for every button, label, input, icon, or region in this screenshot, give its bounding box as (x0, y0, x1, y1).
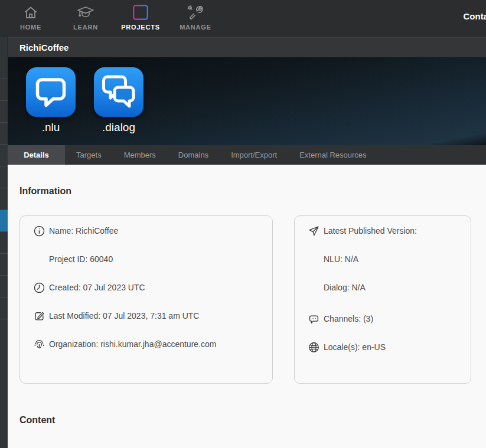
sidebar-item[interactable] (0, 101, 8, 123)
sidebar-spacer (0, 37, 8, 57)
tab-external-resources[interactable]: External Resources (288, 145, 377, 165)
channels-icon (305, 313, 322, 325)
version-row-dialog: Dialog: N/A (295, 273, 471, 302)
dialog-version-value: Dialog: N/A (324, 283, 366, 292)
nav-item-home[interactable]: HOME (9, 0, 53, 31)
tab-targets[interactable]: Targets (65, 145, 113, 165)
sidebar-item[interactable] (0, 123, 8, 145)
channels-value: Channels: (3) (324, 314, 373, 323)
latest-published-label: Latest Published Version: (324, 226, 417, 236)
info-row-last-modified: Last Modified: 07 Jul 2023, 7:31 am UTC (20, 302, 272, 330)
info-row-name: Name: RichiCoffee (20, 217, 272, 245)
nav-label: HOME (20, 24, 41, 31)
nav-item-learn[interactable]: LEARN (64, 0, 107, 31)
edit-icon (30, 310, 48, 322)
dialog-app-icon[interactable] (94, 67, 143, 117)
nav-label: PROJECTS (121, 24, 160, 31)
sidebar-item[interactable] (0, 297, 8, 319)
sidebar-item[interactable] (0, 232, 8, 254)
sidebar-item[interactable] (0, 254, 8, 276)
tab-details[interactable]: Details (8, 145, 65, 165)
info-icon (30, 225, 48, 237)
sidebar-item[interactable] (0, 188, 8, 210)
info-row-organization: Organization: rishi.kumar.jha@accenture.… (20, 330, 272, 358)
information-heading: Information (19, 186, 486, 197)
nav-label: LEARN (73, 24, 98, 31)
project-title: RichiCoffee (19, 42, 69, 53)
published-version-card: Latest Published Version: NLU: N/A Dialo… (294, 215, 471, 384)
version-row-locales: Locale(s): en-US (295, 333, 471, 361)
created-value: Created: 07 Jul 2023 UTC (49, 283, 145, 292)
info-row-created: Created: 07 Jul 2023 UTC (20, 273, 272, 302)
content-heading: Content (19, 415, 486, 426)
learn-icon (77, 4, 94, 21)
collapsed-sidebar[interactable] (0, 37, 8, 448)
version-row-channels: Channels: (3) (295, 305, 471, 333)
sidebar-item[interactable] (0, 145, 8, 166)
clock-icon (30, 282, 48, 293)
project-title-bar: RichiCoffee (8, 37, 486, 57)
project-id-value: Project ID: 60040 (49, 254, 113, 264)
locales-value: Locale(s): en-US (324, 342, 386, 352)
nav-item-projects[interactable]: PROJECTS (119, 0, 162, 31)
last-modified-value: Last Modified: 07 Jul 2023, 7:31 am UTC (49, 311, 199, 321)
app-label: .nlu (42, 121, 60, 134)
sidebar-item[interactable] (0, 57, 8, 79)
manage-icon (187, 4, 204, 21)
app-nlu[interactable]: .nlu (26, 67, 76, 145)
details-panel: Information Name: RichiCoffee (8, 165, 486, 448)
app-label: .dialog (102, 121, 135, 134)
sidebar-item-active[interactable] (0, 210, 8, 232)
organization-value: Organization: rishi.kumar.jha@accenture.… (49, 339, 216, 349)
tab-domains[interactable]: Domains (167, 145, 220, 165)
fingerprint-icon (30, 339, 48, 350)
info-row-project-id: Project ID: 60040 (20, 245, 272, 273)
send-icon (305, 225, 322, 237)
tab-import-export[interactable]: Import/Export (220, 145, 288, 165)
globe-icon (305, 342, 322, 353)
contact-link[interactable]: Conta (464, 11, 486, 21)
projects-icon (132, 4, 149, 21)
sidebar-item[interactable] (0, 166, 8, 188)
nav-label: MANAGE (180, 24, 211, 31)
nav-item-manage[interactable]: MANAGE (174, 0, 217, 31)
project-info-card: Name: RichiCoffee Project ID: 60040 (19, 215, 273, 384)
version-row-nlu: NLU: N/A (295, 245, 471, 273)
project-banner: .nlu .dialog (8, 57, 486, 145)
home-icon (22, 4, 39, 21)
sidebar-item[interactable] (0, 276, 8, 297)
top-navigation: HOME LEARN (0, 0, 486, 37)
sidebar-item[interactable] (0, 79, 8, 101)
project-name-value: Name: RichiCoffee (49, 226, 118, 236)
app-dialog[interactable]: .dialog (94, 67, 143, 145)
nlu-version-value: NLU: N/A (324, 254, 358, 264)
version-row-latest: Latest Published Version: (295, 217, 471, 245)
nlu-app-icon[interactable] (26, 67, 76, 117)
tab-members[interactable]: Members (113, 145, 167, 165)
project-tabs: Details Targets Members Domains Import/E… (8, 145, 486, 165)
